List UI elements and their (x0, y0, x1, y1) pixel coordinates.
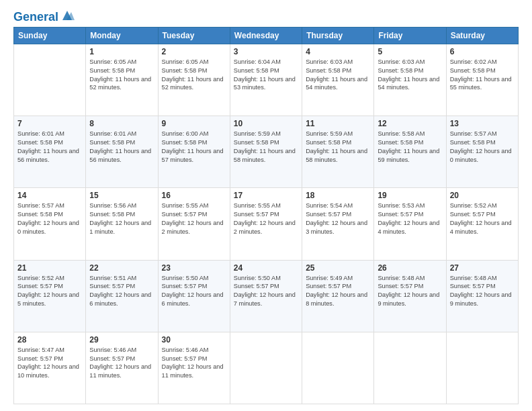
day-info: Sunrise: 6:01 AMSunset: 5:58 PMDaylight:… (17, 130, 82, 165)
day-info: Sunrise: 5:53 AMSunset: 5:57 PMDaylight:… (378, 201, 442, 236)
day-info: Sunrise: 5:52 AMSunset: 5:57 PMDaylight:… (17, 274, 82, 309)
day-info: Sunrise: 5:46 AMSunset: 5:57 PMDaylight:… (89, 346, 154, 381)
day-number: 10 (234, 119, 298, 128)
calendar-cell: 5Sunrise: 6:03 AMSunset: 5:58 PMDaylight… (374, 44, 446, 116)
day-of-week-header: Saturday (446, 27, 518, 44)
calendar-cell: 14Sunrise: 5:57 AMSunset: 5:58 PMDayligh… (14, 188, 86, 260)
day-info: Sunrise: 6:02 AMSunset: 5:58 PMDaylight:… (450, 58, 515, 93)
day-of-week-header: Thursday (302, 27, 374, 44)
day-number: 22 (89, 263, 154, 273)
day-number: 26 (378, 263, 442, 273)
calendar-cell: 4Sunrise: 6:03 AMSunset: 5:58 PMDaylight… (302, 44, 374, 116)
calendar-cell: 25Sunrise: 5:49 AMSunset: 5:57 PMDayligh… (302, 260, 374, 332)
calendar-cell: 19Sunrise: 5:53 AMSunset: 5:57 PMDayligh… (374, 188, 446, 260)
day-info: Sunrise: 5:54 AMSunset: 5:57 PMDaylight:… (306, 201, 370, 236)
day-info: Sunrise: 5:50 AMSunset: 5:57 PMDaylight:… (162, 274, 226, 309)
day-info: Sunrise: 5:48 AMSunset: 5:57 PMDaylight:… (450, 274, 515, 309)
day-info: Sunrise: 6:03 AMSunset: 5:58 PMDaylight:… (378, 58, 442, 93)
calendar-cell: 26Sunrise: 5:48 AMSunset: 5:57 PMDayligh… (374, 260, 446, 332)
day-number: 4 (306, 47, 370, 56)
calendar-cell: 10Sunrise: 5:59 AMSunset: 5:58 PMDayligh… (230, 116, 302, 188)
day-number: 25 (306, 263, 370, 273)
calendar-cell: 21Sunrise: 5:52 AMSunset: 5:57 PMDayligh… (14, 260, 86, 332)
day-info: Sunrise: 6:05 AMSunset: 5:58 PMDaylight:… (162, 58, 226, 93)
calendar-cell: 27Sunrise: 5:48 AMSunset: 5:57 PMDayligh… (446, 260, 518, 332)
day-info: Sunrise: 5:57 AMSunset: 5:58 PMDaylight:… (450, 130, 515, 165)
day-number: 18 (306, 191, 370, 200)
day-info: Sunrise: 5:59 AMSunset: 5:58 PMDaylight:… (234, 130, 298, 165)
day-info: Sunrise: 5:48 AMSunset: 5:57 PMDaylight:… (378, 274, 442, 309)
day-of-week-header: Sunday (14, 27, 86, 44)
day-number: 14 (17, 191, 82, 200)
calendar-cell: 17Sunrise: 5:55 AMSunset: 5:57 PMDayligh… (230, 188, 302, 260)
day-info: Sunrise: 5:59 AMSunset: 5:58 PMDaylight:… (306, 130, 370, 165)
day-number: 15 (89, 191, 154, 200)
day-number: 13 (450, 119, 515, 128)
day-number: 19 (378, 191, 442, 200)
calendar-cell: 11Sunrise: 5:59 AMSunset: 5:58 PMDayligh… (302, 116, 374, 188)
calendar-cell: 18Sunrise: 5:54 AMSunset: 5:57 PMDayligh… (302, 188, 374, 260)
calendar-cell: 3Sunrise: 6:04 AMSunset: 5:58 PMDaylight… (230, 44, 302, 116)
day-info: Sunrise: 5:55 AMSunset: 5:57 PMDaylight:… (162, 201, 226, 236)
day-number: 9 (162, 119, 226, 128)
calendar-cell (446, 332, 518, 404)
header: General (13, 11, 519, 21)
day-number: 5 (378, 47, 442, 56)
day-number: 20 (450, 191, 515, 200)
day-info: Sunrise: 6:03 AMSunset: 5:58 PMDaylight:… (306, 58, 370, 93)
day-number: 3 (234, 47, 298, 56)
calendar-cell: 8Sunrise: 6:01 AMSunset: 5:58 PMDaylight… (86, 116, 158, 188)
day-number: 27 (450, 263, 515, 273)
calendar-cell: 20Sunrise: 5:52 AMSunset: 5:57 PMDayligh… (446, 188, 518, 260)
logo-icon (60, 8, 75, 23)
day-number: 12 (378, 119, 442, 128)
calendar-cell: 6Sunrise: 6:02 AMSunset: 5:58 PMDaylight… (446, 44, 518, 116)
day-number: 16 (162, 191, 226, 200)
day-number: 8 (89, 119, 154, 128)
calendar-cell: 13Sunrise: 5:57 AMSunset: 5:58 PMDayligh… (446, 116, 518, 188)
day-number: 6 (450, 47, 515, 56)
day-info: Sunrise: 5:47 AMSunset: 5:57 PMDaylight:… (17, 346, 82, 381)
day-info: Sunrise: 5:57 AMSunset: 5:58 PMDaylight:… (17, 201, 82, 236)
day-info: Sunrise: 6:00 AMSunset: 5:58 PMDaylight:… (162, 130, 226, 165)
calendar-cell: 15Sunrise: 5:56 AMSunset: 5:58 PMDayligh… (86, 188, 158, 260)
day-of-week-header: Tuesday (158, 27, 230, 44)
calendar-cell: 28Sunrise: 5:47 AMSunset: 5:57 PMDayligh… (14, 332, 86, 404)
day-info: Sunrise: 5:58 AMSunset: 5:58 PMDaylight:… (378, 130, 442, 165)
day-info: Sunrise: 5:49 AMSunset: 5:57 PMDaylight:… (306, 274, 370, 309)
day-number: 28 (17, 335, 82, 345)
calendar-cell: 23Sunrise: 5:50 AMSunset: 5:57 PMDayligh… (158, 260, 230, 332)
day-of-week-header: Wednesday (230, 27, 302, 44)
day-info: Sunrise: 6:01 AMSunset: 5:58 PMDaylight:… (89, 130, 154, 165)
calendar-cell: 24Sunrise: 5:50 AMSunset: 5:57 PMDayligh… (230, 260, 302, 332)
day-of-week-header: Friday (374, 27, 446, 44)
day-number: 24 (234, 263, 298, 273)
calendar-cell (14, 44, 86, 116)
day-number: 23 (162, 263, 226, 273)
calendar-cell: 9Sunrise: 6:00 AMSunset: 5:58 PMDaylight… (158, 116, 230, 188)
calendar: SundayMondayTuesdayWednesdayThursdayFrid… (13, 27, 519, 404)
calendar-cell: 12Sunrise: 5:58 AMSunset: 5:58 PMDayligh… (374, 116, 446, 188)
calendar-cell (230, 332, 302, 404)
calendar-cell: 2Sunrise: 6:05 AMSunset: 5:58 PMDaylight… (158, 44, 230, 116)
calendar-cell: 29Sunrise: 5:46 AMSunset: 5:57 PMDayligh… (86, 332, 158, 404)
day-number: 21 (17, 263, 82, 273)
day-number: 7 (17, 119, 82, 128)
day-number: 11 (306, 119, 370, 128)
logo-text: General (13, 11, 58, 24)
day-number: 30 (162, 335, 226, 345)
day-number: 2 (162, 47, 226, 56)
day-number: 17 (234, 191, 298, 200)
day-info: Sunrise: 6:05 AMSunset: 5:58 PMDaylight:… (89, 58, 154, 93)
calendar-cell: 22Sunrise: 5:51 AMSunset: 5:57 PMDayligh… (86, 260, 158, 332)
day-info: Sunrise: 5:52 AMSunset: 5:57 PMDaylight:… (450, 201, 515, 236)
calendar-cell: 30Sunrise: 5:46 AMSunset: 5:57 PMDayligh… (158, 332, 230, 404)
day-info: Sunrise: 5:46 AMSunset: 5:57 PMDaylight:… (162, 346, 226, 381)
day-info: Sunrise: 5:50 AMSunset: 5:57 PMDaylight:… (234, 274, 298, 309)
calendar-cell: 1Sunrise: 6:05 AMSunset: 5:58 PMDaylight… (86, 44, 158, 116)
calendar-cell (374, 332, 446, 404)
calendar-cell: 16Sunrise: 5:55 AMSunset: 5:57 PMDayligh… (158, 188, 230, 260)
day-number: 1 (89, 47, 154, 56)
day-info: Sunrise: 5:56 AMSunset: 5:58 PMDaylight:… (89, 201, 154, 236)
page: General SundayMondayTuesdayWednesdayThur… (0, 0, 532, 411)
